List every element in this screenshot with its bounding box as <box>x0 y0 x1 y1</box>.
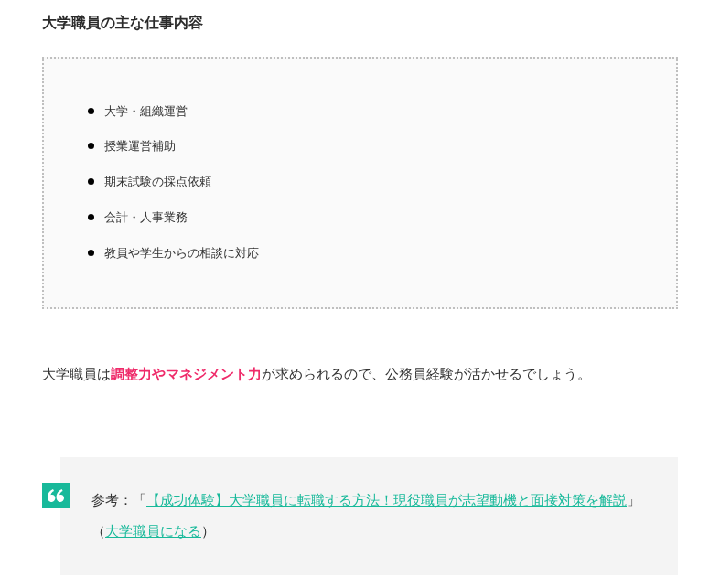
reference-prefix: 参考：「 <box>91 493 146 508</box>
reference-link-source[interactable]: 大学職員になる <box>105 524 201 539</box>
body-paragraph: 大学職員は調整力やマネジメント力が求められるので、公務員経験が活かせるでしょう。 <box>42 355 678 393</box>
list-item: 会計・人事業務 <box>88 208 639 228</box>
list-item: 授業運営補助 <box>88 137 639 156</box>
list-item: 大学・組織運営 <box>88 102 639 122</box>
duties-list: 大学・組織運営 授業運営補助 期末試験の採点依頼 会計・人事業務 教員や学生から… <box>88 102 639 263</box>
duties-box: 大学・組織運営 授業運営補助 期末試験の採点依頼 会計・人事業務 教員や学生から… <box>42 57 678 309</box>
list-item: 教員や学生からの相談に対応 <box>88 244 639 263</box>
paragraph-post: が求められるので、公務員経験が活かせるでしょう。 <box>262 366 591 381</box>
paragraph-highlight: 調整力やマネジメント力 <box>111 366 262 381</box>
quote-icon <box>42 483 70 508</box>
list-item: 期末試験の採点依頼 <box>88 173 639 192</box>
reference-suffix: ） <box>201 524 215 539</box>
paragraph-pre: 大学職員は <box>42 366 111 381</box>
reference-body: 参考：「【成功体験】大学職員に転職する方法！現役職員が志望動機と面接対策を解説」… <box>60 457 678 576</box>
section-heading: 大学職員の主な仕事内容 <box>42 11 678 35</box>
reference-link-main[interactable]: 【成功体験】大学職員に転職する方法！現役職員が志望動機と面接対策を解説 <box>146 493 627 508</box>
reference-block: 参考：「【成功体験】大学職員に転職する方法！現役職員が志望動機と面接対策を解説」… <box>42 457 678 576</box>
